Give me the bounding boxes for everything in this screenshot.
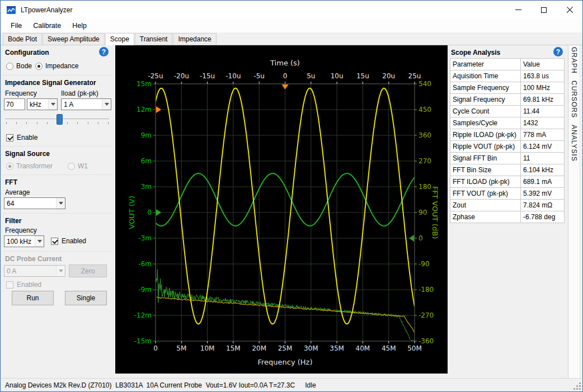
analysis-row[interactable]: Aquisition Time163.8 us [450,70,565,82]
trigger-level-marker[interactable] [156,106,161,113]
svg-text:90: 90 [419,209,427,216]
menu-help[interactable]: Help [67,20,92,31]
svg-text:-15m: -15m [134,337,152,345]
side-tab-graph[interactable]: GRAPH [570,47,578,74]
analysis-row[interactable]: FFT Bin Size6.104 kHz [450,164,565,176]
vout-ground-marker[interactable] [156,209,161,216]
tab-scope[interactable]: Scope [105,33,134,45]
frequency-input[interactable] [4,98,25,110]
svg-text:10u: 10u [331,72,344,80]
radio-circle [6,63,13,70]
window-title: LTpowerAnalyzer [21,6,72,14]
svg-text:50M: 50M [407,344,422,352]
svg-text:25M: 25M [278,344,293,352]
svg-text:25u: 25u [408,72,421,80]
filter-section-title: Filter [5,217,21,225]
menu-calibrate[interactable]: Calibrate [27,20,67,31]
svg-text:0: 0 [283,72,288,80]
chevron-down-icon [35,236,44,247]
iload-label: Iload (pk-pk) [61,89,98,97]
svg-text:180: 180 [419,183,431,191]
run-button[interactable]: Run [12,291,54,305]
slider-handle[interactable] [57,114,63,125]
analysis-value-cell: 778 mA [521,129,565,141]
frequency-unit-combo[interactable]: kHz [27,98,58,110]
analysis-value-cell: 11.44 [521,106,565,117]
tab-impedance[interactable]: Impedance [173,33,216,45]
analysis-parameter-cell: Cycle Count [450,106,521,117]
radio-circle [35,63,43,70]
tab-sweep-amplitude[interactable]: Sweep Amplitude [43,33,105,45]
analysis-row[interactable]: Ripple ILOAD (pk-pk)778 mA [450,129,565,141]
svg-text:-9m: -9m [138,286,152,294]
filter-enabled-label: Enabled [62,237,86,245]
side-tab-analysis[interactable]: ANALYSIS [570,125,578,162]
svg-text:35M: 35M [330,344,344,352]
analysis-help-icon[interactable]: ? [553,47,563,56]
svg-text:-180: -180 [419,286,434,294]
enable-checkbox[interactable]: Enable [6,134,37,141]
analysis-row[interactable]: Ripple VOUT (pk-pk)6.124 mV [450,141,565,153]
analysis-parameter-cell: Zphase [450,211,521,223]
titlebar[interactable]: LTpowerAnalyzer [1,1,582,19]
scope-graph[interactable]: -25u-20u-15u-10u-5u05u10u15u20u25uTime (… [115,45,448,374]
divider [2,213,112,214]
divider [2,174,112,175]
analysis-row[interactable]: Zout7.824 mΩ [450,200,565,211]
iload-combo[interactable]: 1 A [61,98,111,110]
svg-text:-6m: -6m [138,260,152,268]
svg-text:5M: 5M [176,344,186,352]
frequency-label: Frequency [5,89,37,97]
average-label: Average [5,188,30,196]
filter-enabled-checkbox[interactable]: Enabled [51,237,86,245]
zero-button: Zero [69,265,107,277]
divider [2,146,112,147]
svg-text:-20u: -20u [174,72,189,80]
analysis-row[interactable]: Zphase-6.788 deg [450,211,565,223]
trigger-time-marker[interactable] [282,84,289,89]
single-button[interactable]: Single [65,291,107,305]
radio-w1-label: W1 [78,162,88,170]
fft-average-combo[interactable]: 64 [4,197,65,209]
maximize-button[interactable] [531,1,557,19]
analysis-row[interactable]: Sample Frequency100 MHz [450,82,565,94]
analysis-row[interactable]: FFT ILOAD (pk-pk)689.1 mA [450,176,565,188]
minimize-button[interactable] [505,1,531,19]
analysis-row[interactable]: Signal Frequency69.81 kHz [450,94,565,106]
frequency-slider[interactable] [5,114,109,127]
status-state: Idle [305,381,316,389]
signal-source-section-title: Signal Source [5,150,50,158]
close-button[interactable] [557,1,582,19]
tab-transient[interactable]: Transient [135,33,173,45]
analysis-row[interactable]: Cycle Count11.44 [450,106,565,117]
chevron-down-icon [48,99,57,110]
scope-plot[interactable]: -25u-20u-15u-10u-5u05u10u15u20u25uTime (… [115,45,448,374]
menu-bar: FileCalibrateHelp [1,19,582,32]
side-tab-cursors[interactable]: CURSORS [570,81,578,118]
analysis-parameter-cell: Signal Frequency [450,94,521,106]
svg-text:0: 0 [153,344,158,352]
radio-impedance[interactable]: Impedance [35,62,78,70]
menu-file[interactable]: File [5,20,27,31]
minimize-icon [515,10,521,10]
checkbox-box [6,134,13,141]
filter-frequency-label: Frequency [5,226,37,234]
svg-text:Time (s): Time (s) [270,59,300,67]
config-sidebar: Configuration ? Bode Impedance Impedance… [1,45,115,378]
fft-ref-marker[interactable] [409,235,414,242]
radio-transformer-label: Transformer [16,162,53,170]
analysis-column-header: Parameter [450,59,521,70]
resize-grip[interactable] [573,382,581,390]
tab-bode-plot[interactable]: Bode Plot [3,33,42,45]
divider [2,75,112,75]
configuration-help-icon[interactable]: ? [99,47,109,56]
analysis-value-cell: 1432 [521,117,565,129]
analysis-row[interactable]: Samples/Cycle1432 [450,117,565,129]
analysis-parameter-cell: Zout [450,200,521,211]
filter-frequency-combo[interactable]: 100 kHz [4,235,44,247]
analysis-row[interactable]: FFT VOUT (pk-pk)5.392 mV [450,188,565,200]
analysis-parameter-cell: Ripple VOUT (pk-pk) [450,141,521,153]
analysis-row[interactable]: Signal FFT Bin11 [450,153,565,164]
radio-bode[interactable]: Bode [6,62,32,70]
app-icon [6,5,16,15]
